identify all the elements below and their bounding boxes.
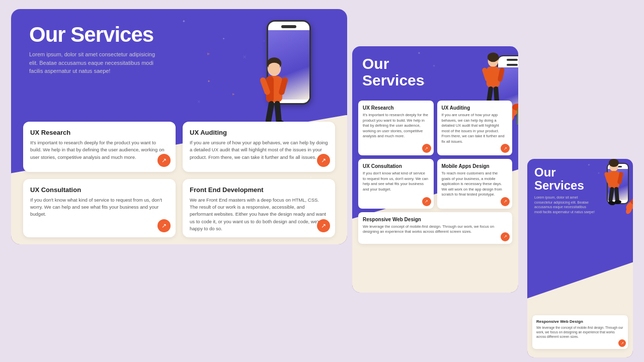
service-link-btn-small[interactable]: ↗: [618, 339, 626, 347]
service-card-front-end-large: Front End Development We are Front End m…: [183, 179, 335, 237]
services-grid-large: UX Research It's important to research d…: [23, 122, 335, 237]
service-link-btn[interactable]: ↗: [317, 154, 330, 167]
service-card-ux-consultation-large: UX Consultation If you don't know what k…: [23, 179, 176, 237]
card-medium: ✦ ✕ ✦ ✕ ✦ OurServices: [352, 46, 518, 293]
decor-medium-2: ✕: [433, 64, 435, 67]
service-title: Responsive Web Design: [536, 319, 624, 324]
svg-rect-37: [614, 187, 619, 202]
service-desc: It's important to research deeply for th…: [30, 139, 169, 161]
plant-svg-small: [625, 197, 633, 217]
small-card-title: OurServices: [534, 166, 595, 193]
phone-area-large: [252, 15, 322, 126]
services-list-small: Responsive Web Design We leverage the co…: [532, 315, 628, 352]
services-grid-medium: UX Research It's important to research d…: [358, 101, 512, 244]
service-title: UX Consultation: [363, 163, 429, 169]
service-link-btn-2[interactable]: ↗: [501, 144, 510, 153]
service-title: UX Auditing: [190, 129, 328, 136]
service-link-btn-3[interactable]: ↗: [422, 197, 431, 206]
service-desc: If you don't know what kind of service t…: [30, 197, 169, 218]
service-card-responsive-small: Responsive Web Design We leverage the co…: [532, 315, 628, 349]
svg-point-10: [269, 63, 280, 70]
phone-area-small: [607, 163, 629, 204]
service-desc: If you don't know what kind of service t…: [363, 171, 429, 192]
service-card-ux-auditing-medium: UX Auditing If you are unsure of how you…: [437, 101, 513, 155]
service-card-responsive-medium: Responsive Web Design We leverage the co…: [358, 212, 512, 244]
service-card-ux-consultation-medium: UX Consultation If you don't know what k…: [358, 159, 434, 209]
service-title: UX Research: [30, 129, 169, 136]
phone-area-medium: [482, 50, 512, 108]
svg-rect-5: [265, 101, 275, 124]
decor-dot-2: ✦: [222, 37, 225, 40]
decor-dot-1: ✦: [182, 19, 186, 24]
service-card-ux-auditing-large: UX Auditing If you are unsure of how you…: [183, 122, 335, 172]
large-card-title-area: Our Services Lorem ipsum, dolor sit amet…: [29, 23, 165, 75]
service-card-ux-research-large: UX Research It's important to research d…: [23, 122, 176, 172]
small-card-subtitle: Lorem ipsum, dolor sit amet consectetur …: [534, 195, 595, 215]
decor-tri-2: ▶: [207, 52, 210, 56]
service-link-btn[interactable]: ↗: [157, 154, 171, 167]
service-title: Responsive Web Design: [363, 217, 508, 222]
service-title: UX Consultation: [30, 186, 169, 194]
medium-card-title-area: OurServices: [362, 55, 424, 88]
small-card-title-area: OurServices Lorem ipsum, dolor sit amet …: [534, 166, 595, 215]
service-link-btn-4[interactable]: ↗: [501, 197, 510, 206]
decor-medium-1: ✦: [418, 51, 421, 55]
service-link-btn-5[interactable]: ↗: [501, 232, 510, 241]
card-small: ✦ ✕ ✕ ✦ OurServices Lorem ipsum, dolor s…: [527, 159, 633, 357]
service-desc: We leverage the concept of mobile-first …: [536, 325, 624, 339]
service-card-ux-research-medium: UX Research It's important to research d…: [358, 101, 434, 155]
svg-rect-36: [608, 187, 614, 203]
decor-cross-2: ✕: [197, 100, 201, 104]
service-title: UX Research: [363, 105, 429, 111]
medium-card-title: OurServices: [362, 55, 424, 88]
service-title: Front End Development: [190, 186, 328, 194]
svg-point-40: [609, 159, 619, 167]
service-title: UX Auditing: [442, 105, 508, 111]
service-desc: If you are unsure of how your app behave…: [190, 139, 328, 161]
service-desc: To reach more customers and the goals of…: [442, 171, 508, 198]
decor-small-4: ✦: [618, 304, 620, 307]
service-card-mobile-apps-medium: Mobile Apps Design To reach more custome…: [437, 159, 513, 209]
service-link-btn[interactable]: ↗: [157, 219, 171, 232]
svg-point-25: [488, 52, 499, 62]
decor-dot-3: ✦: [207, 79, 210, 83]
decor-tri-1: ▶: [232, 92, 235, 96]
service-link-btn-1[interactable]: ↗: [422, 144, 431, 153]
service-desc: If you are unsure of how your app behave…: [442, 113, 508, 144]
large-card-title: Our Services: [29, 23, 165, 46]
service-desc: We are Front End masters with a deep foc…: [190, 197, 328, 232]
large-card-subtitle: Lorem ipsum, dolor sit amet consectetur …: [29, 50, 165, 75]
decor-small-3: ✕: [628, 294, 630, 297]
decor-cross-1: ✕: [243, 54, 247, 60]
service-desc: It's important to research deeply for th…: [363, 113, 429, 139]
service-link-btn[interactable]: ↗: [317, 219, 330, 232]
service-title: Mobile Apps Design: [442, 163, 508, 169]
service-desc: We leverage the concept of mobile-first …: [363, 224, 508, 235]
card-large: ✦ ✦ ✦ ✕ ✕ ✕ ✦ ▶ ▶ ✕ ✦ ✕ ✕ ◇ ✕ ✦ Our Serv…: [11, 9, 347, 244]
